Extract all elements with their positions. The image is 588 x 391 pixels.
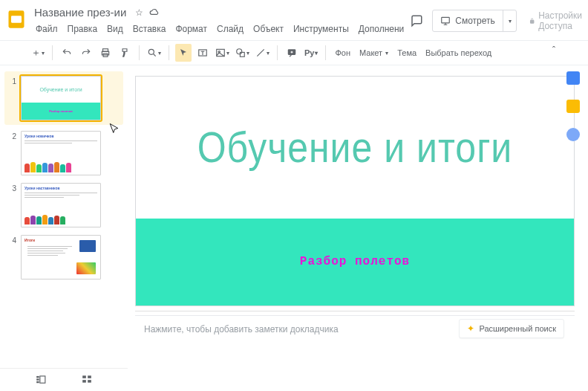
slide-canvas[interactable]: Обучение и итоги Разбор полетов — [135, 76, 575, 306]
canvas-area: Обучение и итоги Разбор полетов Нажмите,… — [128, 65, 588, 357]
svg-rect-16 — [40, 376, 45, 383]
print-button[interactable] — [97, 44, 114, 62]
slide-thumb-1[interactable]: Обучение и итоги Разбор полетов — [21, 76, 101, 120]
header-bar: Название през-ии ☆ Файл Правка Вид Встав… — [0, 0, 588, 40]
slide-title-area[interactable]: Обучение и итоги — [136, 77, 574, 219]
py-label: Py — [304, 48, 314, 57]
explore-button[interactable]: ✦ Расширенный поиск — [459, 319, 564, 338]
background-button[interactable]: Фон — [332, 48, 353, 57]
paint-format-button[interactable] — [117, 44, 133, 62]
present-main[interactable]: Смотреть — [433, 16, 503, 26]
svg-rect-1 — [11, 16, 22, 22]
menu-file[interactable]: Файл — [31, 22, 62, 36]
svg-rect-20 — [88, 380, 91, 383]
thumb-number: 3 — [9, 183, 16, 193]
chevron-down-icon: ▾ — [509, 18, 512, 25]
menu-edit[interactable]: Правка — [63, 22, 102, 36]
explore-label: Расширенный поиск — [479, 324, 556, 333]
menu-slide[interactable]: Слайд — [212, 22, 248, 36]
menu-insert[interactable]: Вставка — [128, 22, 171, 36]
separator — [139, 45, 140, 60]
chevron-down-icon: ▾ — [42, 50, 45, 56]
title-block: Название през-ии ☆ Файл Правка Вид Встав… — [31, 4, 408, 36]
slide-subtitle-area[interactable]: Разбор полетов — [136, 219, 574, 306]
thumb-number: 1 — [9, 76, 16, 85]
document-title[interactable]: Название през-ии — [31, 4, 129, 20]
comments-button[interactable] — [408, 10, 425, 32]
thumb-row-3: 3 Уроки наставников — [0, 181, 128, 233]
comment-tool[interactable] — [284, 44, 300, 62]
svg-rect-17 — [82, 375, 86, 378]
present-dropdown[interactable]: ▾ — [503, 10, 516, 31]
menu-object[interactable]: Объект — [249, 22, 288, 36]
select-tool[interactable] — [175, 44, 192, 62]
filmstrip-view-icon[interactable] — [36, 375, 46, 384]
svg-rect-18 — [88, 375, 91, 378]
slide-thumb-2[interactable]: Уроки новичков — [21, 131, 101, 175]
separator — [325, 45, 326, 60]
keep-addon-icon[interactable] — [566, 100, 580, 113]
main-area: 1 Обучение и итоги Разбор полетов 2 Урок… — [0, 65, 588, 357]
chevron-down-icon: ▾ — [385, 50, 388, 56]
chevron-down-icon: ▾ — [158, 50, 161, 56]
speaker-notes[interactable]: Нажмите, чтобы добавить заметки докладчи… — [135, 315, 575, 342]
redo-button[interactable] — [78, 44, 94, 62]
separator — [277, 45, 278, 60]
collapse-toolbar-button[interactable]: ˆ — [552, 45, 555, 56]
thumb-number: 4 — [9, 235, 16, 245]
chevron-down-icon: ▾ — [315, 50, 318, 56]
menu-format[interactable]: Формат — [171, 22, 212, 36]
transition-button[interactable]: Выбрать переход — [422, 48, 494, 57]
script-tool[interactable]: Py▾ — [303, 44, 319, 62]
svg-rect-19 — [82, 380, 86, 383]
svg-rect-14 — [36, 378, 39, 380]
menu-bar: Файл Правка Вид Вставка Формат Слайд Объ… — [31, 22, 408, 36]
svg-point-6 — [148, 49, 154, 54]
separator — [52, 45, 53, 60]
view-toggle-bar — [0, 368, 128, 384]
slide-title-text: Обучение и итоги — [197, 123, 513, 172]
explore-star-icon: ✦ — [467, 323, 474, 334]
thumb-number: 2 — [9, 131, 16, 140]
layout-label: Макет — [359, 48, 382, 57]
svg-point-10 — [237, 49, 242, 54]
slide-thumb-3[interactable]: Уроки наставников — [21, 183, 101, 227]
header-actions: Смотреть ▾ Настройки Доступа O — [408, 7, 588, 34]
cloud-status-icon[interactable] — [149, 7, 160, 18]
theme-button[interactable]: Тема — [394, 48, 419, 57]
chevron-down-icon: ▾ — [226, 50, 229, 56]
thumb-title: Уроки наставников — [22, 184, 100, 191]
image-tool[interactable]: ▾ — [214, 44, 231, 62]
star-icon[interactable]: ☆ — [135, 7, 143, 18]
grid-view-icon[interactable] — [82, 375, 92, 384]
textbox-tool[interactable] — [195, 44, 211, 62]
tasks-addon-icon[interactable] — [566, 128, 580, 141]
menu-addons[interactable]: Дополнени — [354, 22, 408, 36]
undo-button[interactable] — [59, 44, 75, 62]
share-button[interactable]: Настройки Доступа — [524, 7, 588, 34]
zoom-button[interactable]: ▾ — [146, 44, 163, 62]
menu-view[interactable]: Вид — [102, 22, 128, 36]
svg-rect-2 — [442, 17, 450, 23]
toolbar: ＋▾ ▾ ▾ ▾ ▾ Py▾ Фон Макет▾ Тема Выбрать п… — [0, 40, 588, 65]
thumb-subtitle: Разбор полетов — [49, 109, 72, 113]
calendar-addon-icon[interactable] — [566, 71, 580, 85]
thumb-row-4: 4 Итоги — [0, 233, 128, 285]
title-row: Название през-ии ☆ — [31, 4, 408, 20]
menu-tools[interactable]: Инструменты — [289, 22, 353, 36]
slide-subtitle-text: Разбор полетов — [300, 255, 410, 268]
thumb-title: Уроки новичков — [22, 132, 100, 139]
present-button[interactable]: Смотреть ▾ — [432, 10, 517, 32]
chevron-down-icon: ▾ — [246, 50, 249, 56]
thumb-row-1: 1 Обучение и итоги Разбор полетов — [4, 71, 123, 125]
present-label: Смотреть — [455, 16, 495, 26]
svg-rect-11 — [240, 52, 244, 56]
side-panel — [563, 71, 584, 141]
shape-tool[interactable]: ▾ — [234, 44, 251, 62]
new-slide-button[interactable]: ＋▾ — [30, 44, 46, 62]
line-tool[interactable]: ▾ — [254, 44, 271, 62]
notes-placeholder: Нажмите, чтобы добавить заметки докладчи… — [144, 324, 339, 335]
slide-thumb-4[interactable]: Итоги — [21, 235, 101, 279]
slides-logo[interactable] — [6, 6, 27, 33]
layout-button[interactable]: Макет▾ — [356, 48, 391, 57]
